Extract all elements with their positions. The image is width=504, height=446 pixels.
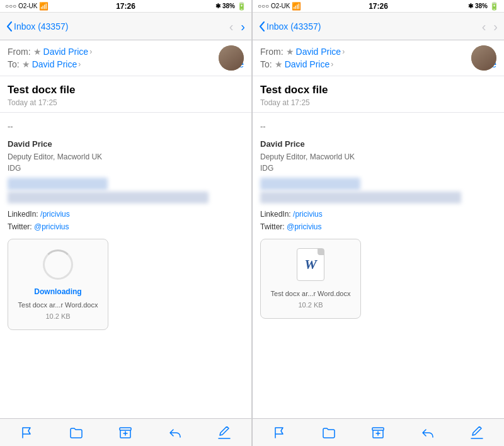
toolbar-left <box>0 418 251 446</box>
next-arrow-right[interactable]: › <box>493 20 498 33</box>
nav-bar-right: Inbox (43357) ‹ › <box>253 13 504 40</box>
back-button-left[interactable]: Inbox (43357) <box>6 21 68 31</box>
time-left: 17:26 <box>116 2 135 11</box>
blurred-email-right: email@example.com blurred <box>260 178 360 190</box>
from-name-right[interactable]: David Price <box>296 47 341 57</box>
back-button-right[interactable]: Inbox (43357) <box>259 21 321 31</box>
battery-right: 38% <box>475 3 488 9</box>
subject-area-left: Test docx file Today at 17:25 <box>0 76 251 113</box>
word-doc-icon: W <box>297 248 324 281</box>
sig-company-left: IDG <box>8 163 244 174</box>
bluetooth-icon-right: ✱ <box>468 3 473 9</box>
compose-button-left[interactable] <box>212 420 237 445</box>
back-label-left: Inbox (43357) <box>14 21 68 31</box>
toolbar-right <box>253 418 504 446</box>
email-body-right: -- David Price Deputy Editor, Macworld U… <box>253 113 504 418</box>
email-header-left: From: ★ David Price › To: ★ David Price … <box>0 40 251 76</box>
sig-name-right: David Price <box>260 138 496 151</box>
avatar-right <box>471 45 496 71</box>
flag-button-right[interactable] <box>267 420 292 445</box>
word-letter: W <box>304 254 317 275</box>
to-chevron-left: › <box>78 60 81 69</box>
battery-icon-left: 🔋 <box>237 2 246 11</box>
carrier-left: ○○○ O2-UK <box>5 3 37 9</box>
from-label-left: From: <box>8 47 31 57</box>
twitter-line-left: Twitter: @pricivius <box>8 221 244 232</box>
spinner-left <box>43 249 73 280</box>
separator-right: -- <box>260 120 496 133</box>
status-bar-left: ○○○ O2-UK 📶 17:26 ✱ 38% 🔋 <box>0 0 251 13</box>
star-icon-right: ★ <box>286 47 294 57</box>
linkedin-link-right[interactable]: /pricivius <box>293 210 323 219</box>
subject-date-right: Today at 17:25 <box>260 98 496 107</box>
to-star-right: ★ <box>275 59 283 69</box>
blurred-email-left: email@example.com blurred <box>8 178 108 190</box>
email-body-left: -- David Price Deputy Editor, Macworld U… <box>0 113 251 418</box>
sig-title-left: Deputy Editor, Macworld UK <box>8 151 244 163</box>
attachment-icon-left <box>40 247 76 282</box>
attachment-size-left: 10.2 KB <box>45 311 70 322</box>
reply-button-right[interactable] <box>415 420 440 445</box>
next-arrow-left[interactable]: › <box>241 20 245 33</box>
linkedin-link-left[interactable]: /pricivius <box>40 210 70 219</box>
back-label-right: Inbox (43357) <box>266 21 321 31</box>
folder-button-right[interactable] <box>316 420 341 445</box>
star-icon-left: ★ <box>33 47 42 57</box>
attachment-icon-right: W <box>293 247 328 282</box>
from-chevron-left: › <box>89 47 92 56</box>
to-star-left: ★ <box>22 59 30 69</box>
wifi-icon-right: 📶 <box>292 2 301 11</box>
to-name-right[interactable]: David Price <box>285 59 330 69</box>
avatar-left <box>219 45 244 71</box>
separator-left: -- <box>8 120 244 133</box>
svg-rect-1 <box>372 428 384 430</box>
to-chevron-right: › <box>331 60 333 69</box>
subject-title-left: Test docx file <box>8 84 244 96</box>
nav-bar-left: Inbox (43357) ‹ › <box>0 13 251 40</box>
twitter-line-right: Twitter: @pricivius <box>260 221 496 232</box>
sig-name-left: David Price <box>8 138 244 151</box>
compose-button-right[interactable] <box>464 420 490 445</box>
twitter-link-left[interactable]: @pricivius <box>34 222 69 231</box>
subject-area-right: Test docx file Today at 17:25 <box>253 76 504 113</box>
battery-left: 38% <box>222 3 235 9</box>
folder-button-left[interactable] <box>64 420 89 445</box>
to-label-right: To: <box>260 59 272 69</box>
attachment-card-left[interactable]: Downloading Test docx ar...r Word.docx 1… <box>8 239 108 330</box>
archive-button-right[interactable] <box>365 420 391 445</box>
linkedin-prefix-right: LinkedIn: <box>260 210 293 219</box>
from-name-left[interactable]: David Price <box>43 47 89 57</box>
attachment-name-right: Test docx ar...r Word.docx <box>271 289 351 299</box>
attachment-size-right: 10.2 KB <box>298 300 323 311</box>
sig-company-right: IDG <box>260 163 496 174</box>
prev-arrow-left[interactable]: ‹ <box>229 20 234 33</box>
to-name-left[interactable]: David Price <box>32 59 77 69</box>
email-header-right: From: ★ David Price › To: ★ David Price … <box>253 40 504 76</box>
attachment-status-left: Downloading <box>34 286 81 297</box>
svg-rect-0 <box>120 428 131 430</box>
status-bar-right: ○○○ O2-UK 📶 17:26 ✱ 38% 🔋 <box>253 0 504 13</box>
subject-title-right: Test docx file <box>260 84 496 96</box>
sig-title-right: Deputy Editor, Macworld UK <box>260 151 496 163</box>
twitter-prefix-right: Twitter: <box>260 222 287 231</box>
wifi-icon-left: 📶 <box>39 2 49 11</box>
carrier-right: ○○○ O2-UK <box>258 3 290 9</box>
from-chevron-right: › <box>342 47 345 56</box>
bluetooth-icon-left: ✱ <box>215 3 220 9</box>
twitter-link-right[interactable]: @pricivius <box>287 222 322 231</box>
twitter-prefix-left: Twitter: <box>8 222 34 231</box>
attachment-card-right[interactable]: W Test docx ar...r Word.docx 10.2 KB <box>260 239 361 319</box>
reply-button-left[interactable] <box>163 420 188 445</box>
attachment-name-left: Test docx ar...r Word.docx <box>18 300 98 311</box>
linkedin-line-right: LinkedIn: /pricivius <box>260 209 496 220</box>
blurred-address-left: Some Address, London, United Kingdom <box>8 192 209 203</box>
time-right: 17:26 <box>369 2 388 11</box>
flag-button-left[interactable] <box>14 420 40 445</box>
prev-arrow-right[interactable]: ‹ <box>482 20 486 33</box>
linkedin-line-left: LinkedIn: /pricivius <box>8 209 244 220</box>
from-label-right: From: <box>260 47 284 57</box>
archive-button-left[interactable] <box>113 420 138 445</box>
linkedin-prefix-left: LinkedIn: <box>8 210 40 219</box>
subject-date-left: Today at 17:25 <box>8 98 244 107</box>
blurred-address-right: Some Address, London, United Kingdom <box>260 192 461 203</box>
